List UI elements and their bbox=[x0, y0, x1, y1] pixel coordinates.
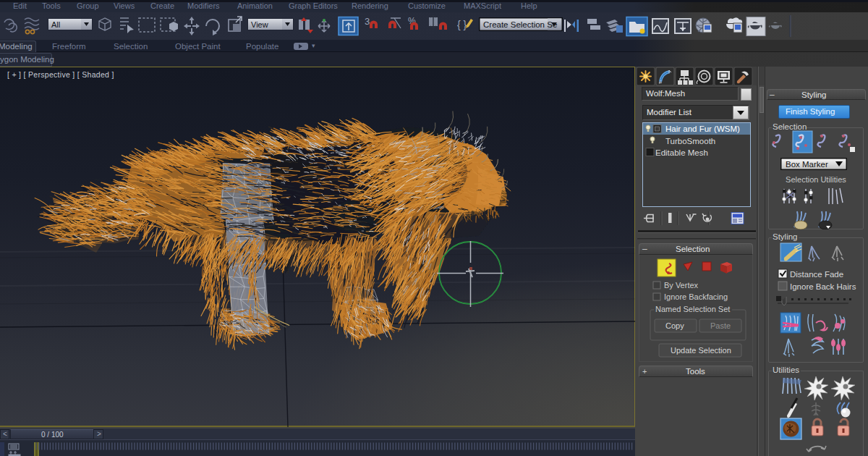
svg-text:Paste: Paste bbox=[710, 321, 731, 330]
svg-text:Copy: Copy bbox=[665, 321, 684, 330]
svg-text:Update Selection: Update Selection bbox=[671, 346, 731, 355]
svg-text:By Vertex: By Vertex bbox=[664, 281, 699, 290]
svg-text:Ignore Backfacing: Ignore Backfacing bbox=[664, 292, 728, 301]
svg-text:Box Marker: Box Marker bbox=[786, 160, 828, 169]
svg-text:3: 3 bbox=[365, 16, 370, 27]
svg-text:Create Selection Se: Create Selection Se bbox=[483, 20, 557, 29]
svg-text:Selection Utilities: Selection Utilities bbox=[786, 175, 846, 184]
svg-text:All: All bbox=[51, 20, 60, 29]
svg-text:Distance Fade: Distance Fade bbox=[790, 270, 843, 279]
svg-text:View: View bbox=[251, 20, 268, 29]
svg-text:Named Selection Set: Named Selection Set bbox=[655, 305, 730, 313]
svg-text:{ }: { } bbox=[457, 19, 467, 30]
svg-text:Ignore Back Hairs: Ignore Back Hairs bbox=[790, 282, 856, 291]
